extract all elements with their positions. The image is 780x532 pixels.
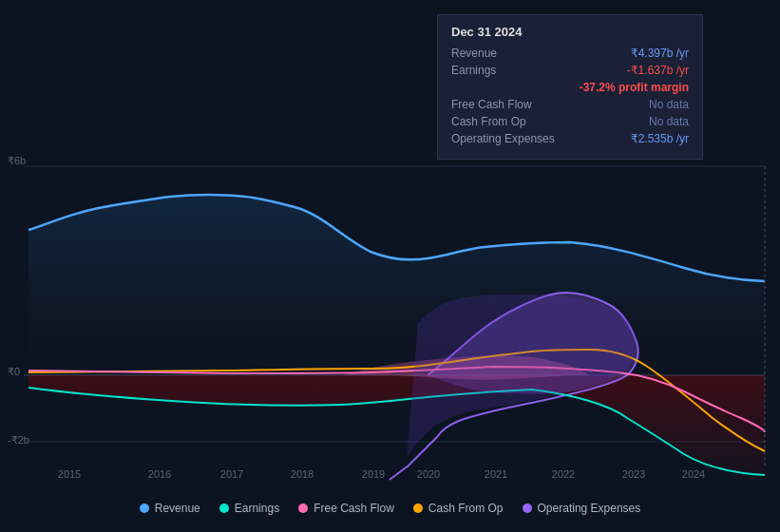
tooltip-label-revenue: Revenue: [451, 47, 565, 60]
x-label-2019: 2019: [362, 468, 385, 480]
y-label-6b: ₹6b: [8, 155, 26, 167]
y-label-0: ₹0: [8, 366, 20, 378]
tooltip-label-earnings: Earnings: [451, 64, 565, 77]
x-label-2016: 2016: [148, 468, 171, 480]
x-label-2018: 2018: [291, 468, 314, 480]
legend-item-cfo[interactable]: Cash From Op: [413, 502, 504, 515]
chart-legend: Revenue Earnings Free Cash Flow Cash Fro…: [0, 502, 780, 515]
legend-item-earnings[interactable]: Earnings: [219, 502, 279, 515]
tooltip-row-fcf: Free Cash Flow No data: [451, 98, 689, 111]
x-label-2022: 2022: [552, 468, 575, 480]
x-label-2023: 2023: [622, 468, 645, 480]
tooltip-label-opex: Operating Expenses: [451, 132, 565, 145]
tooltip-value-revenue: ₹4.397b /yr: [631, 47, 689, 60]
x-label-2015: 2015: [58, 468, 81, 480]
legend-dot-cfo: [413, 504, 423, 513]
x-label-2020: 2020: [417, 468, 440, 480]
tooltip-row-cfo: Cash From Op No data: [451, 115, 689, 128]
tooltip-date: Dec 31 2024: [451, 25, 689, 39]
legend-dot-fcf: [298, 504, 308, 513]
legend-label-opex: Operating Expenses: [538, 502, 641, 515]
tooltip-row-profit-margin: -37.2% profit margin: [451, 81, 689, 94]
tooltip-value-cfo: No data: [649, 115, 689, 128]
x-label-2017: 2017: [220, 468, 243, 480]
legend-label-earnings: Earnings: [235, 502, 279, 515]
x-label-2021: 2021: [485, 468, 507, 480]
tooltip-value-earnings: -₹1.637b /yr: [627, 64, 689, 77]
tooltip-card: Dec 31 2024 Revenue ₹4.397b /yr Earnings…: [437, 14, 703, 160]
legend-item-fcf[interactable]: Free Cash Flow: [298, 502, 394, 515]
tooltip-value-opex: ₹2.535b /yr: [631, 132, 689, 145]
x-label-2024: 2024: [682, 468, 705, 480]
legend-dot-revenue: [140, 504, 149, 513]
tooltip-value-fcf: No data: [649, 98, 689, 111]
tooltip-row-revenue: Revenue ₹4.397b /yr: [451, 47, 689, 60]
legend-item-revenue[interactable]: Revenue: [140, 502, 200, 515]
legend-item-opex[interactable]: Operating Expenses: [523, 502, 641, 515]
legend-label-revenue: Revenue: [155, 502, 200, 515]
tooltip-label-cfo: Cash From Op: [451, 115, 565, 128]
legend-label-cfo: Cash From Op: [428, 502, 504, 515]
chart-container: ₹6b ₹0 -₹2b 2015 2016 2017 2018 2019 202…: [0, 0, 780, 532]
legend-dot-opex: [523, 504, 532, 513]
tooltip-label-fcf: Free Cash Flow: [451, 98, 565, 111]
legend-dot-earnings: [219, 504, 229, 513]
tooltip-value-profit-margin: -37.2% profit margin: [580, 81, 689, 94]
y-label-minus2b: -₹2b: [8, 434, 29, 446]
tooltip-row-opex: Operating Expenses ₹2.535b /yr: [451, 132, 689, 145]
tooltip-row-earnings: Earnings -₹1.637b /yr: [451, 64, 689, 77]
legend-label-fcf: Free Cash Flow: [314, 502, 394, 515]
